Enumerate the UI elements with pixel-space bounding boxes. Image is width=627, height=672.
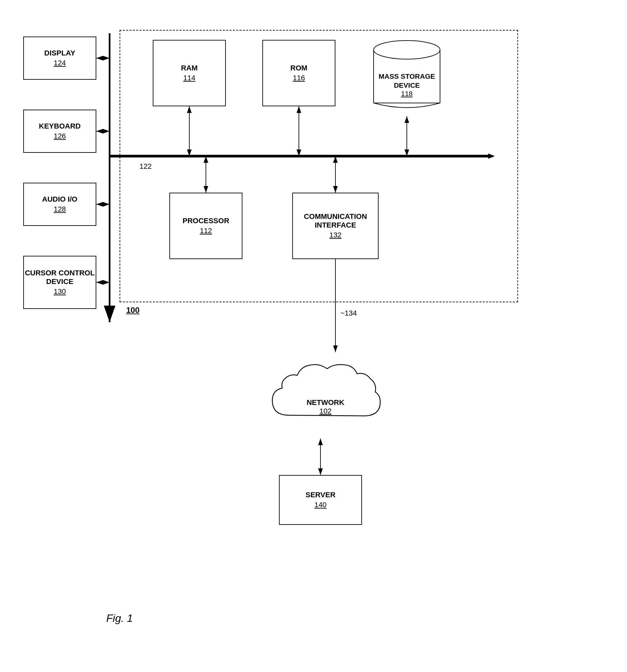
arrows-svg: 122 ~134 <box>13 13 578 611</box>
mass-storage-label: MASS STORAGE DEVICE <box>379 72 435 89</box>
network-num: 102 <box>319 407 332 415</box>
diagram-container: 100 DISPLAY 124 KEYBOARD 126 AUDIO I/O 1… <box>13 13 611 644</box>
svg-text:~134: ~134 <box>340 309 357 317</box>
mass-storage-num: 118 <box>401 90 412 97</box>
network-label: NETWORK <box>307 398 344 407</box>
fig-label: Fig. 1 <box>106 612 133 624</box>
svg-marker-8 <box>488 153 495 159</box>
svg-text:122: 122 <box>140 162 152 170</box>
